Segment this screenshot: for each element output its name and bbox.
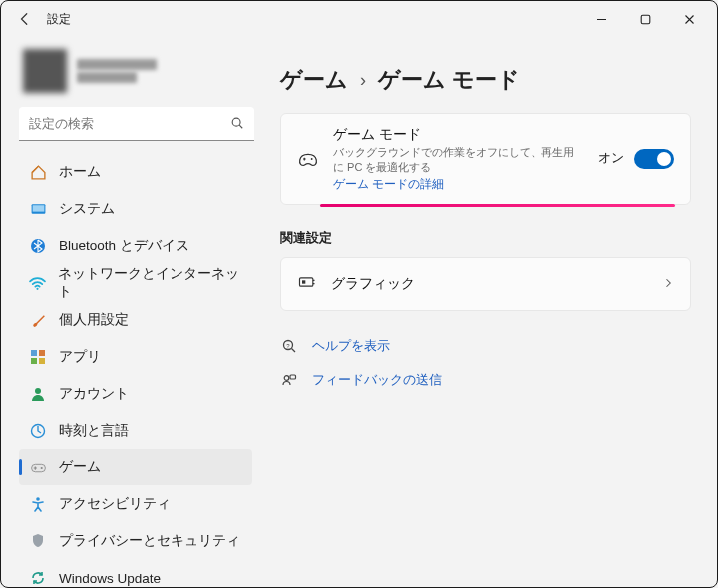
svg-rect-3 xyxy=(32,205,44,211)
sidebar-item-label: ゲーム xyxy=(59,458,101,476)
graphics-label: グラフィック xyxy=(331,275,648,293)
svg-rect-8 xyxy=(31,358,37,364)
sidebar-item-system[interactable]: システム xyxy=(19,191,252,227)
sidebar-item-personalization[interactable]: 個人用設定 xyxy=(19,302,252,338)
person-icon xyxy=(29,385,47,403)
profile-block[interactable] xyxy=(19,43,258,107)
shield-icon xyxy=(29,532,47,550)
apps-icon xyxy=(29,348,47,366)
sidebar-item-label: プライバシーとセキュリティ xyxy=(59,532,240,550)
sidebar-item-label: ホーム xyxy=(59,163,101,181)
breadcrumb-parent[interactable]: ゲーム xyxy=(280,65,348,95)
toggle-state-label: オン xyxy=(598,150,624,167)
system-icon xyxy=(29,200,47,218)
brush-icon xyxy=(29,311,47,329)
feedback-label: フィードバックの送信 xyxy=(312,371,442,389)
game-mode-details-link[interactable]: ゲーム モードの詳細 xyxy=(333,177,584,192)
sidebar-item-home[interactable]: ホーム xyxy=(19,154,252,190)
graphics-icon xyxy=(297,272,317,296)
wifi-icon xyxy=(29,274,46,292)
chevron-right-icon xyxy=(662,275,674,293)
bluetooth-icon xyxy=(29,237,47,255)
gamepad-icon xyxy=(29,458,47,476)
game-mode-toggle[interactable] xyxy=(634,149,674,169)
breadcrumb-current: ゲーム モード xyxy=(378,65,520,95)
feedback-link[interactable]: フィードバックの送信 xyxy=(280,371,691,389)
chevron-right-icon: › xyxy=(360,70,366,91)
svg-point-14 xyxy=(36,497,40,501)
sidebar-item-label: アクセシビリティ xyxy=(59,495,171,513)
search-icon xyxy=(230,116,244,134)
highlight-underline xyxy=(320,204,675,207)
sidebar-item-label: Bluetooth とデバイス xyxy=(59,237,189,255)
close-button[interactable] xyxy=(667,4,711,34)
sidebar-item-label: 個人用設定 xyxy=(59,311,129,329)
game-mode-desc: バックグラウンドでの作業をオフにして、再生用に PC を最適化する xyxy=(333,146,584,175)
game-mode-title: ゲーム モード xyxy=(333,126,584,144)
svg-point-20 xyxy=(284,376,289,381)
svg-rect-9 xyxy=(39,358,45,364)
sidebar-item-label: ネットワークとインターネット xyxy=(58,265,242,301)
sidebar-item-bluetooth[interactable]: Bluetooth とデバイス xyxy=(19,228,252,264)
search-wrap xyxy=(19,107,254,141)
sidebar-item-gaming[interactable]: ゲーム xyxy=(19,449,252,485)
minimize-button[interactable] xyxy=(579,4,623,34)
game-mode-card: ゲーム モード バックグラウンドでの作業をオフにして、再生用に PC を最適化す… xyxy=(280,113,691,205)
svg-rect-12 xyxy=(31,464,45,471)
sidebar-item-accounts[interactable]: アカウント xyxy=(19,376,252,412)
home-icon xyxy=(29,163,47,181)
svg-text:?: ? xyxy=(286,343,290,349)
sidebar-item-label: アカウント xyxy=(59,385,129,403)
accessibility-icon xyxy=(29,495,47,513)
help-label: ヘルプを表示 xyxy=(312,337,390,355)
sidebar-item-privacy[interactable]: プライバシーとセキュリティ xyxy=(19,523,252,559)
sidebar-item-label: システム xyxy=(59,200,115,218)
globe-clock-icon xyxy=(29,422,47,440)
sidebar-item-label: アプリ xyxy=(59,348,101,366)
svg-rect-6 xyxy=(31,350,37,356)
feedback-icon xyxy=(280,371,298,389)
svg-rect-7 xyxy=(39,350,45,356)
sidebar-item-label: 時刻と言語 xyxy=(59,422,129,440)
main-content: ゲーム › ゲーム モード ゲーム モード バックグラウンドでの作業をオフにして… xyxy=(264,37,717,587)
sidebar-item-windows-update[interactable]: Windows Update xyxy=(19,560,252,588)
svg-point-15 xyxy=(311,158,313,160)
svg-point-5 xyxy=(36,287,38,289)
maximize-button[interactable] xyxy=(623,4,667,34)
help-link[interactable]: ? ヘルプを表示 xyxy=(280,337,691,355)
titlebar: 設定 xyxy=(1,1,717,37)
svg-point-13 xyxy=(40,466,42,468)
back-button[interactable] xyxy=(13,7,37,31)
game-mode-icon xyxy=(297,148,319,170)
svg-point-1 xyxy=(232,118,240,126)
sidebar-item-time-language[interactable]: 時刻と言語 xyxy=(19,413,252,448)
help-icon: ? xyxy=(280,337,298,355)
svg-rect-0 xyxy=(641,15,650,24)
search-input[interactable] xyxy=(19,107,254,141)
svg-point-10 xyxy=(35,388,41,394)
related-settings-label: 関連設定 xyxy=(280,229,691,247)
sidebar-item-network[interactable]: ネットワークとインターネット xyxy=(19,265,252,301)
window-title: 設定 xyxy=(47,11,71,28)
sidebar: ホーム システム Bluetooth とデバイス ネットワークとインターネット … xyxy=(1,37,264,587)
profile-text xyxy=(77,59,157,83)
svg-rect-17 xyxy=(302,280,305,283)
graphics-row[interactable]: グラフィック xyxy=(280,257,691,311)
sidebar-item-label: Windows Update xyxy=(59,571,161,586)
avatar xyxy=(23,49,67,93)
sidebar-item-apps[interactable]: アプリ xyxy=(19,339,252,375)
svg-rect-21 xyxy=(290,375,296,379)
svg-rect-16 xyxy=(300,278,313,286)
breadcrumb: ゲーム › ゲーム モード xyxy=(280,65,691,95)
nav-list: ホーム システム Bluetooth とデバイス ネットワークとインターネット … xyxy=(19,154,258,588)
update-icon xyxy=(29,569,47,587)
sidebar-item-accessibility[interactable]: アクセシビリティ xyxy=(19,486,252,522)
